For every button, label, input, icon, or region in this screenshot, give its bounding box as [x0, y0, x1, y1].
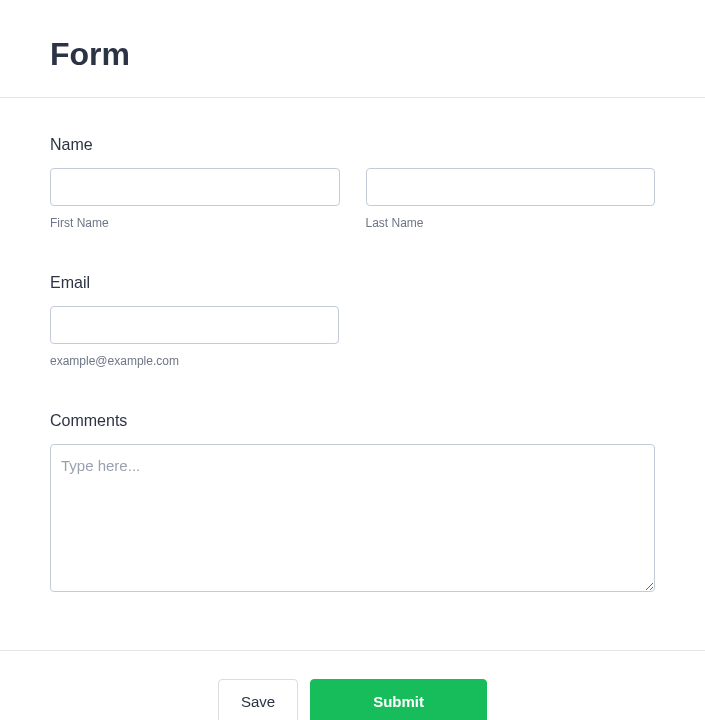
email-field-group: Email example@example.com	[50, 274, 655, 368]
actions-bar: Save Submit	[0, 651, 705, 720]
form-header: Form	[0, 0, 705, 97]
submit-button[interactable]: Submit	[310, 679, 487, 720]
page-title: Form	[50, 36, 655, 73]
email-input[interactable]	[50, 306, 339, 344]
last-name-sublabel: Last Name	[366, 216, 656, 230]
form-body: Name First Name Last Name Email example@…	[0, 98, 705, 650]
first-name-input[interactable]	[50, 168, 340, 206]
name-row: First Name Last Name	[50, 168, 655, 230]
form-page: Form Name First Name Last Name Email exa…	[0, 0, 705, 720]
first-name-sublabel: First Name	[50, 216, 340, 230]
email-sublabel: example@example.com	[50, 354, 655, 368]
last-name-input[interactable]	[366, 168, 656, 206]
name-field-group: Name First Name Last Name	[50, 136, 655, 230]
save-button[interactable]: Save	[218, 679, 298, 720]
comments-field-group: Comments	[50, 412, 655, 596]
email-label: Email	[50, 274, 655, 292]
name-label: Name	[50, 136, 655, 154]
last-name-col: Last Name	[366, 168, 656, 230]
comments-textarea[interactable]	[50, 444, 655, 592]
first-name-col: First Name	[50, 168, 340, 230]
comments-label: Comments	[50, 412, 655, 430]
